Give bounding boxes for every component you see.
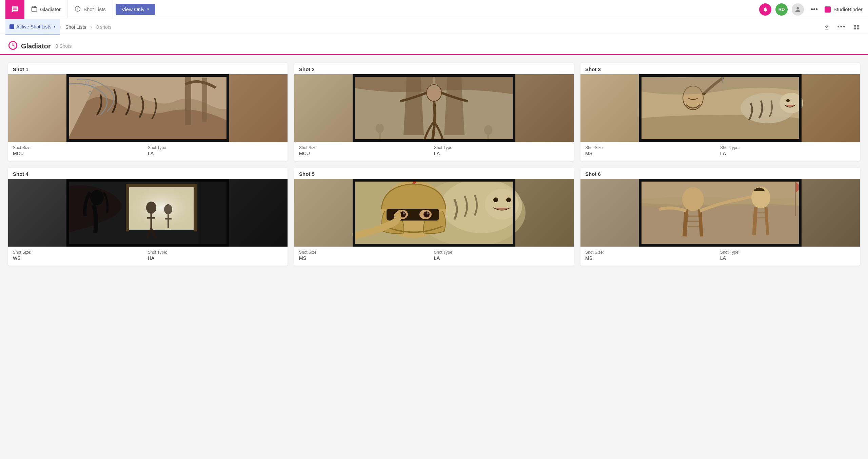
- svg-rect-75: [639, 179, 802, 182]
- shot-meta-2: Shot Size: MCU Shot Type: LA: [294, 142, 574, 161]
- app-icon-button[interactable]: [5, 0, 24, 19]
- svg-rect-65: [353, 244, 515, 247]
- grid-view-button[interactable]: [850, 21, 863, 33]
- svg-rect-78: [799, 179, 802, 247]
- svg-rect-47: [66, 244, 229, 247]
- shot-size-value-4: WS: [13, 255, 148, 261]
- view-only-button[interactable]: View Only ▾: [116, 4, 155, 15]
- shot-type-value-1: LA: [148, 151, 283, 156]
- download-icon-button[interactable]: [821, 21, 833, 33]
- nav-right-section: RD ••• StudioBinder: [759, 3, 863, 16]
- svg-rect-13: [66, 74, 229, 77]
- shot-card-3[interactable]: Shot 3: [580, 63, 860, 161]
- more-actions-button[interactable]: •••: [835, 21, 848, 33]
- svg-point-21: [376, 124, 384, 133]
- shot-size-label-6: Shot Size:: [585, 250, 720, 255]
- page-header: Gladiator 8 Shots: [0, 35, 868, 55]
- svg-rect-74: [795, 182, 796, 216]
- sketch-overlay-6: [580, 179, 860, 247]
- shot-lists-nav-label: Shot Lists: [83, 6, 106, 12]
- svg-rect-36: [799, 74, 802, 142]
- shot-type-section-2: Shot Type: LA: [434, 145, 569, 156]
- svg-rect-48: [66, 179, 69, 247]
- svg-rect-46: [66, 179, 229, 182]
- svg-rect-34: [639, 139, 802, 142]
- svg-rect-24: [353, 139, 515, 142]
- sketch-overlay-2: [294, 74, 574, 142]
- shot-type-label-3: Shot Type:: [720, 145, 855, 150]
- svg-point-32: [786, 99, 790, 102]
- breadcrumb-bar: Active Shot Lists ▾ › Shot Lists › 8 sho…: [0, 19, 868, 35]
- brand-logo[interactable]: StudioBinder: [825, 6, 863, 13]
- shot-lists-nav-item[interactable]: Shot Lists: [68, 0, 113, 19]
- shot-image-2: [294, 74, 574, 142]
- main-content: Shot 1 S: [0, 55, 868, 459]
- shot-lists-breadcrumb-label: Shot Lists: [65, 24, 86, 30]
- shot-header-5: Shot 5: [294, 168, 574, 179]
- shot-size-section-2: Shot Size: MCU: [299, 145, 434, 156]
- shot-type-label-4: Shot Type:: [148, 250, 283, 255]
- shotlists-icon: [75, 6, 81, 13]
- avatar-notification[interactable]: [759, 3, 771, 16]
- svg-rect-14: [66, 139, 229, 142]
- breadcrumb-shots-count: 8 shots: [92, 24, 116, 30]
- user-avatar[interactable]: RD: [775, 3, 788, 16]
- clapperboard-icon: [31, 6, 37, 13]
- breadcrumb-shot-lists[interactable]: Shot Lists: [61, 19, 90, 35]
- user-icon-button[interactable]: [792, 3, 804, 16]
- shot-header-4: Shot 4: [8, 168, 288, 179]
- shot-type-section-3: Shot Type: LA: [720, 145, 855, 156]
- svg-point-44: [164, 204, 172, 214]
- svg-point-55: [506, 197, 511, 202]
- shot-meta-6: Shot Size: MS Shot Type: LA: [580, 247, 860, 266]
- shot-size-section-1: Shot Size: MCU: [13, 145, 148, 156]
- shot-size-value-3: MS: [585, 151, 720, 156]
- sketch-overlay-5: [294, 179, 574, 247]
- page-title: Gladiator: [21, 42, 51, 50]
- svg-rect-66: [353, 179, 355, 247]
- shot-size-section-4: Shot Size: WS: [13, 250, 148, 261]
- sketch-overlay-3: [580, 74, 860, 142]
- svg-rect-40: [126, 184, 129, 231]
- shot-image-3: [580, 74, 860, 142]
- shot-image-6: [580, 179, 860, 247]
- shot-size-value-6: MS: [585, 255, 720, 261]
- shot-type-value-4: HA: [148, 255, 283, 261]
- project-spinner-icon: [8, 41, 18, 51]
- shot-card-2[interactable]: Shot 2: [294, 63, 574, 161]
- shot-card-6[interactable]: Shot 6: [580, 168, 860, 266]
- sketch-overlay-4: [8, 179, 288, 247]
- shot-card-4[interactable]: Shot 4: [8, 168, 288, 266]
- shot-type-label-5: Shot Type:: [434, 250, 569, 255]
- shot-image-4: [8, 179, 288, 247]
- shot-header-2: Shot 2: [294, 63, 574, 74]
- shot-type-section-6: Shot Type: LA: [720, 250, 855, 261]
- svg-point-61: [423, 211, 430, 217]
- more-options-button[interactable]: •••: [808, 4, 821, 15]
- breadcrumb-active-shot-lists[interactable]: Active Shot Lists ▾: [5, 19, 60, 35]
- svg-rect-67: [513, 179, 515, 247]
- project-nav-item[interactable]: Gladiator: [24, 0, 68, 19]
- view-only-label: View Only: [122, 6, 144, 12]
- shot-meta-3: Shot Size: MS Shot Type: LA: [580, 142, 860, 161]
- svg-point-22: [484, 125, 492, 135]
- active-shot-lists-label: Active Shot Lists: [16, 24, 52, 29]
- view-only-chevron: ▾: [147, 7, 149, 12]
- shot-size-value-1: MCU: [13, 151, 148, 156]
- shot-size-section-6: Shot Size: MS: [585, 250, 720, 261]
- svg-rect-35: [639, 74, 642, 142]
- breadcrumb-square-icon: [9, 24, 14, 29]
- svg-rect-25: [353, 74, 355, 142]
- svg-point-72: [651, 223, 660, 233]
- shot-size-label-4: Shot Size:: [13, 250, 148, 255]
- svg-point-45: [90, 190, 104, 205]
- svg-rect-0: [32, 7, 37, 11]
- shot-card-5[interactable]: Shot 5: [294, 168, 574, 266]
- active-shot-lists-chevron: ▾: [54, 24, 56, 29]
- shot-size-section-3: Shot Size: MS: [585, 145, 720, 156]
- shot-card-1[interactable]: Shot 1 S: [8, 63, 288, 161]
- shot-size-label-3: Shot Size:: [585, 145, 720, 150]
- svg-point-54: [493, 197, 498, 202]
- svg-rect-16: [226, 74, 229, 142]
- shot-header-6: Shot 6: [580, 168, 860, 179]
